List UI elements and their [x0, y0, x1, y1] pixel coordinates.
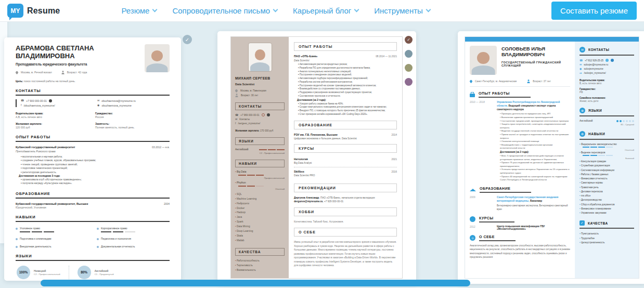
phone-row: ☎+7 900 000-00-01 [21, 99, 93, 102]
resume1-achievements-label: Достижения за последние 3 года: [19, 175, 170, 177]
skill-level-bar [583, 155, 634, 156]
nav-item-tools[interactable]: Инструменты [374, 6, 430, 15]
field: Водительские права:А,В, есть личное авто [16, 112, 90, 119]
skill-item: SQL [235, 192, 285, 197]
quality-item: Целеустремленность [579, 241, 634, 245]
resume2-education: РЭУ им. Г.В. Плеханова, Высшее2014 Цифро… [294, 133, 397, 140]
skill-item: Санитарные нормы [579, 181, 634, 185]
theme-color-brown-selected[interactable]: ✓ [405, 36, 413, 44]
globe-icon: ⊕ [579, 108, 585, 113]
skill-item: Систематизация информации [579, 168, 634, 173]
resume3-about: Аналитический склад ума, организаторские… [470, 244, 570, 259]
resume3-qualities-header: ✓КАЧЕСТВА [579, 220, 634, 229]
resume-template-card-3[interactable]: СОЛОВЬЕВ ИЛЬЯ ВЛАДИМИРОВИЧ ГОСУДАРСТВЕНН… [458, 31, 644, 284]
resume1-age: Возраст: 42 года [61, 71, 87, 74]
skill-item: Deep Learning [235, 229, 285, 234]
nav-item-cover-letter[interactable]: Сопроводительное письмо [172, 6, 277, 15]
skill-item: Управление закупками [579, 211, 634, 215]
field: Семейное положение:Женат, есть дети [579, 97, 634, 102]
skill-item: Machine Learning [235, 197, 285, 202]
skill-item: Финансовая отчетность [579, 177, 634, 181]
skill-rated: Phython Опытный [235, 181, 285, 190]
resume2-education-header: ОБРАЗОВАНИЕ [294, 121, 397, 129]
person-icon [235, 94, 238, 97]
resume2-courses-header: КУРСЫ [294, 144, 397, 153]
divider [16, 198, 170, 199]
resume1-education-detail: Юридический, Уголовная [16, 206, 170, 209]
field: Гражданство:РФ [579, 88, 634, 94]
logo-badge-icon: MY [7, 4, 23, 18]
theme-color-slate[interactable] [405, 50, 413, 58]
resume2-salary: Желаемая зарплата: 170 000 руб [235, 129, 285, 132]
language-item: Английский [235, 148, 285, 151]
resume3-experience-header: ОПЫТ РАБОТЫ [470, 91, 570, 98]
nav-item-career-blog[interactable]: Карьерный блог [293, 6, 358, 15]
resume1-employer-row: Кубанский государственный университет 03… [16, 146, 170, 149]
language-item: 100% НемецкийC2 - Профессиональный [16, 266, 69, 279]
instagram-row: ◉solovjevmyresume [579, 68, 634, 70]
resume2-photo [248, 43, 272, 72]
facebook-row: f/sergeev_myresume/ [235, 122, 285, 125]
skill-item: Сбор и обработка документов [579, 203, 634, 207]
nav-label: Карьерный блог [293, 6, 351, 15]
language-level-label: B1 - Средний [579, 123, 634, 126]
resume3-accent-bar [465, 37, 639, 42]
theme-color-picker: ✓ [405, 36, 413, 86]
skill-level-bar [20, 231, 88, 232]
person-icon [61, 71, 65, 74]
resume2-languages-header: ЯЗЫКИ [235, 137, 285, 145]
instagram-icon: ◉ [97, 104, 99, 107]
resume3-meta: Санкт-Петербург, м. Академическая Возрас… [470, 80, 570, 87]
skill-item: Документальная отчетность [97, 245, 170, 248]
chevron-down-icon [152, 7, 158, 12]
experience-bullet: Взаимодействие со сторонними поставщикам… [298, 87, 397, 91]
skill-item: Педагогика и психология [97, 237, 170, 240]
achievement-bullet: Провел 75 расследований по делам об адми… [500, 161, 570, 168]
divider [16, 221, 170, 222]
field: Гражданство:Россия [95, 112, 170, 119]
resume3-photo [470, 46, 497, 75]
create-resume-button[interactable]: Составить резюме [551, 2, 637, 20]
experience-bullet: подготовка тематических презентаций; [21, 166, 170, 170]
skill-item: Spark [235, 220, 285, 225]
resume-template-card-1[interactable]: АБРАМОВА СВЕТЛАНА ВЛАДИМИРОВНА Преподава… [4, 37, 181, 281]
resume2-hobbies: Когнитивистика. Тайский бокс. Астрономия… [294, 220, 397, 224]
facebook-icon: f [21, 104, 21, 107]
resume-template-card-2[interactable]: МИХАИЛ СЕРГЕЕВ Data Scientist Москва, м.… [217, 31, 416, 284]
nav-item-resume[interactable]: Резюме [121, 6, 157, 15]
theme-color-olive[interactable] [405, 64, 413, 72]
resume1-photo [145, 44, 170, 72]
quality-item: Трудолюбие [579, 237, 634, 241]
resume3-page: СОЛОВЬЕВ ИЛЬЯ ВЛАДИМИРОВИЧ ГОСУДАРСТВЕНН… [465, 36, 639, 279]
resume1-experience-bullets: воспитательная и научная работа;создание… [21, 155, 170, 174]
resume3-languages-header: ⊕ЯЗЫКИ [579, 108, 634, 116]
vk-icon: vk [579, 72, 582, 74]
resume1-skills-header: НАВЫКИ [16, 215, 170, 219]
skill-rated: Корпоративное право [97, 227, 170, 232]
experience-bullet: создание учебных планов, курсов, образов… [21, 159, 170, 162]
carousel-scrollbar-thumb[interactable] [41, 280, 470, 286]
theme-color-mauve[interactable] [405, 78, 413, 86]
resume2-hobbies-header: ХОББИ [294, 207, 397, 216]
chevron-down-icon [273, 7, 278, 12]
resume2-experience-header: ОПЫТ РАБОТЫ [294, 42, 397, 51]
resume1-location: Москва, м. Речной вокзал [16, 71, 52, 74]
skill-level-bar [101, 231, 170, 232]
template-selected-check-icon[interactable]: ✓ [183, 35, 192, 44]
language-percent-circle: 100% [17, 266, 30, 279]
resume2-job-title: Data Scientist [235, 83, 285, 86]
site-logo[interactable]: MY Resume ˇ [7, 4, 60, 18]
graduation-cap-icon [470, 189, 476, 191]
divider [16, 95, 170, 96]
phone-row: ☎+7 969 000-00-01 [235, 113, 285, 116]
skill-item: Java [235, 215, 285, 220]
whatsapp-icon [49, 99, 52, 102]
resume2-main: ОПЫТ РАБОТЫ ПАО «ОТБ-Банк»08.2014 — 11.2… [289, 37, 402, 278]
skill-rated: Федеральное законодательство Опытный [579, 143, 634, 151]
quality-item: Внимательность [235, 268, 285, 273]
experience-bullet: Защита прав потребителей, санитарно-эпид… [500, 123, 570, 129]
resume2-age: Возраст: 30 лет [235, 94, 285, 97]
skill-rated: Ведение переговоров Базовый [579, 151, 634, 160]
language-item: 80% АнглийскийC1 - Продвинутый [69, 266, 122, 279]
skill-item: Matlab [235, 239, 285, 243]
